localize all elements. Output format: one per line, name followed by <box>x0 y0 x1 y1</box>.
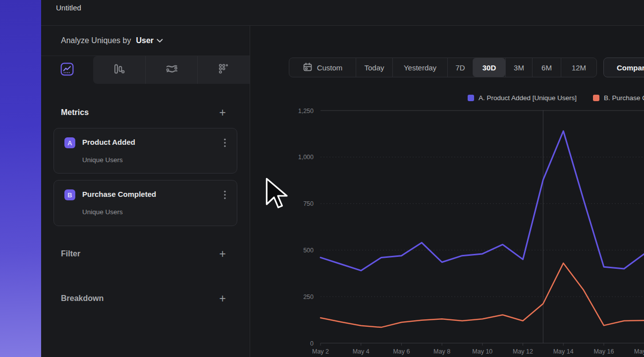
kebab-menu-icon[interactable] <box>220 137 230 148</box>
report-type-tabs <box>41 56 250 84</box>
analyze-header: Analyze Uniques by User <box>41 26 250 56</box>
metrics-heading: Metrics <box>61 108 89 117</box>
metric-badge-b: B <box>64 189 75 200</box>
metric-badge-a: A <box>64 137 75 148</box>
svg-text:0: 0 <box>310 340 314 347</box>
analyze-label: Analyze Uniques by <box>61 36 131 45</box>
sidebar: Analyze Uniques by User <box>41 26 250 357</box>
metric-title: Purchase Completed <box>82 190 156 198</box>
chevron-down-icon[interactable] <box>157 36 163 45</box>
tab-retention[interactable] <box>197 56 250 84</box>
breakdown-heading: Breakdown <box>61 294 104 303</box>
app-window: Untitled Analyze Uniques by User <box>41 0 644 357</box>
kebab-menu-icon[interactable] <box>220 189 230 200</box>
analytics-app: Untitled Analyze Uniques by User <box>0 0 644 357</box>
svg-text:May 6: May 6 <box>393 348 410 355</box>
svg-text:May 14: May 14 <box>553 348 574 355</box>
svg-text:May 16: May 16 <box>593 348 614 355</box>
funnel-bars-icon <box>112 62 125 77</box>
metric-card-b[interactable]: B Purchase Completed Unique Users <box>54 180 237 226</box>
svg-text:May 8: May 8 <box>433 348 450 355</box>
filter-section-header: Filter + <box>41 246 250 261</box>
metric-subtitle[interactable]: Unique Users <box>82 208 123 216</box>
titlebar: Untitled <box>41 0 644 26</box>
add-filter-button[interactable]: + <box>219 249 226 259</box>
svg-text:1,250: 1,250 <box>298 108 314 115</box>
inactive-tab-strip <box>93 56 250 84</box>
analyze-entity-dropdown[interactable]: User <box>136 36 154 45</box>
svg-text:May 12: May 12 <box>513 348 533 355</box>
background-gradient-strip <box>0 0 41 357</box>
svg-text:250: 250 <box>303 294 314 300</box>
metric-card-a[interactable]: A Product Added Unique Users <box>54 128 237 174</box>
report-title[interactable]: Untitled <box>56 3 81 12</box>
svg-text:1,000: 1,000 <box>298 154 314 161</box>
svg-text:750: 750 <box>303 200 314 207</box>
svg-text:May 10: May 10 <box>472 348 492 355</box>
line-chart-icon <box>60 62 74 78</box>
retention-dots-icon <box>217 62 230 77</box>
svg-text:May 18: May 18 <box>634 348 644 355</box>
svg-text:May 2: May 2 <box>312 348 329 355</box>
chart-panel: Custom Today Yesterday 7D 30D 3M 6M 12M … <box>250 26 644 357</box>
metric-subtitle[interactable]: Unique Users <box>82 156 123 164</box>
svg-text:May 4: May 4 <box>353 348 370 355</box>
add-breakdown-button[interactable]: + <box>219 294 226 303</box>
tab-flows[interactable] <box>145 56 198 84</box>
add-metric-button[interactable]: + <box>219 108 226 118</box>
filter-heading: Filter <box>61 249 80 258</box>
tab-funnel[interactable] <box>93 56 145 84</box>
breakdown-section-header: Breakdown + <box>41 291 250 306</box>
flows-waves-icon <box>165 62 178 77</box>
svg-text:500: 500 <box>303 247 314 254</box>
arrow-cursor-icon <box>265 178 288 211</box>
metrics-section-header: Metrics + <box>41 105 250 120</box>
tab-line-chart[interactable] <box>41 56 93 84</box>
line-chart[interactable]: 02505007501,0001,250May 2May 4May 6May 8… <box>250 26 644 357</box>
metric-title: Product Added <box>82 138 135 146</box>
